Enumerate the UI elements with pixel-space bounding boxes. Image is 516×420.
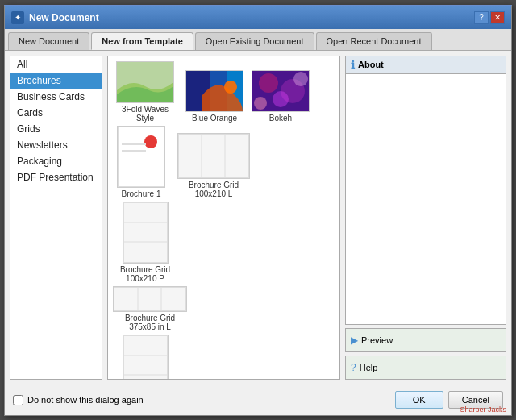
help-button[interactable]: ? bbox=[474, 11, 489, 24]
sidebar-item-pdf-presentation[interactable]: PDF Presentation bbox=[10, 169, 102, 185]
thumb-bokeh bbox=[252, 70, 310, 112]
thumb-375l-visual bbox=[114, 287, 186, 311]
left-panel: All Brochures Business Cards Cards Grids… bbox=[10, 56, 102, 380]
svg-rect-14 bbox=[124, 203, 167, 262]
sidebar-item-business-cards[interactable]: Business Cards bbox=[10, 89, 102, 105]
svg-rect-17 bbox=[114, 288, 185, 310]
checkbox-area: Do not show this dialog again bbox=[13, 395, 144, 405]
sidebar-item-cards[interactable]: Cards bbox=[10, 105, 102, 121]
thumb-grid-375l bbox=[113, 286, 187, 312]
thumb-brochure1 bbox=[117, 126, 165, 188]
about-header: ℹ About bbox=[346, 56, 506, 74]
template-bokeh[interactable]: Bokeh bbox=[252, 70, 310, 123]
template-blue-orange[interactable]: Blue Orange bbox=[185, 70, 243, 123]
preview-label: Preview bbox=[361, 335, 393, 345]
svg-point-6 bbox=[259, 73, 278, 93]
do-not-show-label: Do not show this dialog again bbox=[27, 395, 144, 405]
tab-new-from-template[interactable]: New from Template bbox=[91, 32, 194, 50]
brochure1-line2 bbox=[122, 150, 146, 152]
template-grid-100x210-p[interactable]: Brochure Grid 100x210 P bbox=[113, 202, 177, 283]
bottom-bar: Do not show this dialog again OK Cancel bbox=[5, 385, 511, 415]
about-box: ℹ About bbox=[345, 56, 506, 325]
title-bar: ✦ New Document ? ✕ bbox=[5, 6, 511, 29]
template-grid-100x210-l-label: Brochure Grid 100x210 L bbox=[181, 181, 246, 198]
template-blue-orange-label: Blue Orange bbox=[192, 114, 237, 123]
ok-button[interactable]: OK bbox=[395, 391, 443, 409]
brochure1-accent bbox=[144, 135, 157, 148]
tabs-bar: New Document New from Template Open Exis… bbox=[5, 29, 511, 51]
main-content: All Brochures Business Cards Cards Grids… bbox=[5, 51, 511, 385]
thumb-waves-visual bbox=[117, 62, 173, 102]
thumb-blue-orange bbox=[185, 70, 243, 112]
title-bar-buttons: ? ✕ bbox=[474, 11, 505, 24]
template-brochure1-label: Brochure 1 bbox=[122, 189, 161, 198]
svg-point-4 bbox=[224, 81, 237, 94]
dialog: ✦ New Document ? ✕ New Document New from… bbox=[4, 5, 512, 416]
help-label: Help bbox=[360, 363, 378, 372]
sidebar-item-newsletters[interactable]: Newsletters bbox=[10, 137, 102, 153]
sidebar-item-all[interactable]: All bbox=[10, 56, 102, 73]
help-icon: ? bbox=[351, 362, 356, 373]
sidebar-item-grids[interactable]: Grids bbox=[10, 121, 102, 137]
thumb-375p-visual bbox=[123, 335, 168, 380]
right-panel: ℹ About ▶ Preview ? Help bbox=[345, 56, 506, 380]
svg-rect-20 bbox=[124, 336, 167, 380]
svg-point-9 bbox=[254, 97, 267, 110]
brochure1-line1 bbox=[122, 143, 146, 145]
sidebar-item-brochures[interactable]: Brochures bbox=[10, 73, 102, 89]
template-brochure1[interactable]: Brochure 1 bbox=[113, 126, 169, 198]
tab-new-document[interactable]: New Document bbox=[8, 32, 89, 50]
thumb-bokeh-visual bbox=[252, 71, 309, 111]
template-row-3: Brochure Grid 375x85 in L bbox=[113, 286, 335, 331]
title-bar-left: ✦ New Document bbox=[11, 11, 99, 24]
thumb-gl-visual bbox=[178, 134, 249, 178]
template-grid-375x85-l-label: Brochure Grid 375x85 in L bbox=[118, 314, 182, 331]
preview-box[interactable]: ▶ Preview bbox=[345, 328, 506, 352]
svg-point-8 bbox=[273, 91, 289, 107]
do-not-show-checkbox[interactable] bbox=[13, 395, 23, 405]
thumb-grid-375p bbox=[123, 335, 169, 380]
preview-icon: ▶ bbox=[351, 335, 358, 346]
thumb-grid-p bbox=[123, 202, 169, 264]
template-row-2: Brochure Grid 100x210 P bbox=[113, 202, 335, 283]
dialog-title: New Document bbox=[29, 12, 99, 23]
tab-open-existing[interactable]: Open Existing Document bbox=[195, 32, 314, 50]
template-3fold-waves[interactable]: 3Fold Waves Style bbox=[113, 61, 177, 123]
watermark: Sharper Jacks bbox=[460, 405, 506, 414]
about-content bbox=[346, 74, 506, 324]
template-grid-375x85-p[interactable]: Brochure Grid 375x85 in P bbox=[113, 335, 177, 380]
template-grid-100x210-p-label: Brochure Grid 100x210 P bbox=[113, 265, 177, 283]
template-grid-375x85-l[interactable]: Brochure Grid 375x85 in L bbox=[113, 286, 187, 331]
sidebar-item-packaging[interactable]: Packaging bbox=[10, 153, 102, 169]
thumb-3fold bbox=[116, 61, 174, 103]
template-grid-100x210-l[interactable]: Brochure Grid 100x210 L bbox=[177, 133, 250, 198]
template-row-4: Brochure Grid 375x85 in P bbox=[113, 335, 335, 380]
help-box[interactable]: ? Help bbox=[345, 356, 506, 380]
thumb-gp-visual bbox=[123, 202, 168, 263]
center-panel: 3Fold Waves Style bbox=[107, 56, 340, 380]
thumb-br1-visual bbox=[118, 127, 164, 187]
info-icon: ℹ bbox=[351, 59, 355, 71]
template-row-1: Brochure 1 Brochure Grid 100x210 L bbox=[113, 126, 335, 198]
tab-open-recent[interactable]: Open Recent Document bbox=[316, 32, 432, 50]
svg-point-10 bbox=[293, 72, 308, 86]
app-icon: ✦ bbox=[11, 11, 24, 24]
thumb-bo-visual bbox=[186, 71, 243, 111]
template-3fold-label: 3Fold Waves Style bbox=[113, 105, 177, 123]
svg-rect-11 bbox=[179, 135, 248, 177]
thumb-grid-l bbox=[177, 133, 250, 179]
about-label: About bbox=[358, 60, 384, 69]
template-row-0: 3Fold Waves Style bbox=[113, 61, 335, 123]
close-button[interactable]: ✕ bbox=[490, 11, 505, 24]
template-bokeh-label: Bokeh bbox=[269, 114, 292, 123]
